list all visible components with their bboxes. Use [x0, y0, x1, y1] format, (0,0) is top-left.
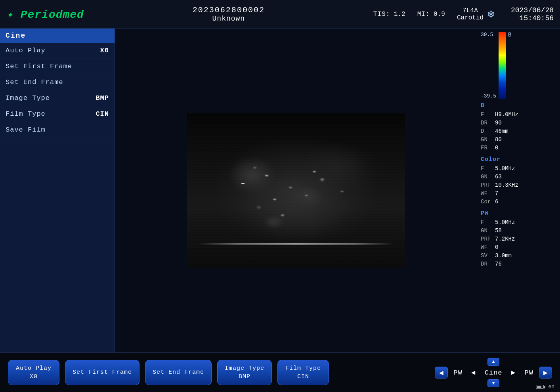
probe-value: 7L4A: [457, 7, 484, 14]
menu-item-value: CIN: [96, 110, 109, 118]
cine-nav-down-btn[interactable]: ▼: [487, 379, 499, 387]
sidebar-menu-item[interactable]: Set End Frame: [0, 75, 115, 90]
pw-params: F 5.0MHzGN 58PRF 7.2KHzWF 0SV 3.0mmDR 76: [481, 218, 556, 268]
snowflake-icon: ❄: [487, 8, 494, 21]
cine-nav-left-btn[interactable]: ◀: [435, 367, 448, 379]
cine-nav-row: ◀ PW ◀ Cine ▶ PW ▶: [435, 367, 552, 379]
param-label: F: [481, 218, 493, 227]
app-logo: ✦ Periodmed: [6, 8, 84, 21]
sidebar-menu: Cine Auto Play X0Set First Frame Set End…: [0, 29, 115, 352]
locale-text: en: [548, 384, 554, 390]
pw-section: PW F 5.0MHzGN 58PRF 7.2KHzWF 0SV 3.0mmDR…: [481, 210, 556, 268]
battery-fill: [537, 386, 542, 388]
sidebar-menu-item[interactable]: Set First Frame: [0, 59, 115, 75]
param-value: 46mm: [495, 127, 508, 136]
tis-label: TIS:: [373, 11, 390, 18]
bottom-action-btn[interactable]: Film TypeCIN: [277, 360, 329, 385]
ultrasound-display: [187, 113, 405, 268]
menu-item-value: BMP: [96, 94, 109, 102]
param-label: PRF: [481, 181, 493, 189]
sidebar-menu-item[interactable]: Image Type BMP: [0, 90, 115, 106]
logo-text: Periodmed: [21, 9, 84, 21]
menu-items-container: Auto Play X0Set First Frame Set End Fram…: [0, 43, 115, 138]
bottom-action-btn[interactable]: Auto PlayX0: [8, 360, 59, 385]
locale-indicator: en: [536, 384, 554, 390]
right-param-row: Cor 6: [481, 198, 556, 206]
bottom-action-btn[interactable]: Set End Frame: [145, 360, 212, 385]
battery-icon: [536, 385, 544, 389]
color-bar: [499, 32, 506, 99]
menu-item-label: Set First Frame: [6, 63, 72, 70]
color-section-title: Color: [481, 156, 556, 163]
ultrasound-image: ►: [187, 113, 405, 268]
color-bar-container: 39.5 -39.5 B: [481, 32, 556, 99]
menu-item-label: Auto Play: [6, 47, 46, 54]
header-date: 2023/06/28: [498, 6, 554, 14]
param-value: 76: [495, 260, 502, 268]
cine-nav-right-btn[interactable]: ▶: [539, 367, 552, 379]
header-center: 2023062800002 Unknown: [96, 6, 361, 23]
param-value: 7: [495, 189, 498, 198]
param-value: 10.3KHz: [495, 181, 518, 189]
param-value: 0: [495, 243, 498, 252]
mode-value: Carotid: [457, 14, 484, 21]
param-label: WF: [481, 189, 493, 198]
cine-left-mode: PW: [453, 369, 462, 377]
param-label: FR: [481, 144, 493, 152]
cine-right-mode: PW: [525, 369, 533, 377]
mi-label: MI:: [417, 11, 430, 18]
param-label: F: [481, 164, 493, 173]
menu-item-label: Save Film: [6, 126, 46, 134]
color-params: F 5.0MHzGN 63PRF 10.3KHzWF 7Cor 6: [481, 164, 556, 206]
bottom-action-btn[interactable]: Set First Frame: [65, 360, 140, 385]
right-param-row: F 5.0MHz: [481, 164, 556, 173]
mi-value: 0.9: [434, 11, 445, 18]
color-bar-bottom: -39.5: [481, 93, 496, 99]
right-param-row: D 46mm: [481, 127, 556, 136]
color-bar-top: 39.5: [481, 32, 496, 38]
logo-prefix: ✦: [6, 9, 13, 21]
param-label: DR: [481, 119, 493, 127]
sidebar-menu-item[interactable]: Save Film: [0, 122, 115, 138]
bottom-buttons-container: Auto PlayX0Set First FrameSet End FrameI…: [8, 360, 329, 385]
mi-param: MI: 0.9: [417, 11, 445, 18]
pw-section-title: PW: [481, 210, 556, 217]
right-param-row: GN 58: [481, 227, 556, 235]
bottom-bar: Auto PlayX0Set First FrameSet End FrameI…: [0, 352, 560, 392]
right-param-row: GN 80: [481, 136, 556, 144]
param-label: WF: [481, 243, 493, 252]
param-label: D: [481, 127, 493, 136]
color-bar-label: B: [508, 32, 511, 38]
header-right: 2023/06/28 15:40:56: [498, 6, 554, 22]
param-label: F: [481, 111, 493, 119]
right-param-row: WF 7: [481, 189, 556, 198]
param-label: DR: [481, 260, 493, 268]
menu-title: Cine: [0, 29, 115, 43]
menu-item-label: Image Type: [6, 94, 50, 102]
sidebar-menu-item[interactable]: Film Type CIN: [0, 106, 115, 122]
color-section: Color F 5.0MHzGN 63PRF 10.3KHzWF 7Cor 6: [481, 156, 556, 206]
right-param-row: F H9.0MHz: [481, 111, 556, 119]
cine-nav-up-btn[interactable]: ▲: [487, 358, 499, 366]
depth-line: [198, 243, 394, 245]
right-param-row: DR 76: [481, 260, 556, 268]
right-param-row: SV 3.0mm: [481, 252, 556, 260]
right-param-row: WF 0: [481, 243, 556, 252]
param-value: 3.0mm: [495, 252, 512, 260]
main-content: Cine Auto Play X0Set First Frame Set End…: [0, 29, 560, 352]
menu-item-value: X0: [100, 47, 109, 54]
bottom-action-btn[interactable]: Image TypeBMP: [217, 360, 272, 385]
param-value: 58: [495, 227, 502, 235]
tis-value: 1.2: [394, 11, 405, 18]
cine-nav: ▲ ◀ PW ◀ Cine ▶ PW ▶ ▼: [435, 358, 552, 387]
right-param-row: GN 63: [481, 173, 556, 181]
param-label: GN: [481, 173, 493, 181]
right-param-row: PRF 7.2KHz: [481, 235, 556, 243]
b-section-title: B: [481, 102, 556, 109]
param-label: SV: [481, 252, 493, 260]
param-value: 5.0MHz: [495, 164, 515, 173]
right-param-row: FR 0: [481, 144, 556, 152]
probe-param: 7L4A Carotid: [457, 7, 484, 21]
study-id: 2023062800002: [96, 6, 361, 15]
sidebar-menu-item[interactable]: Auto Play X0: [0, 43, 115, 59]
